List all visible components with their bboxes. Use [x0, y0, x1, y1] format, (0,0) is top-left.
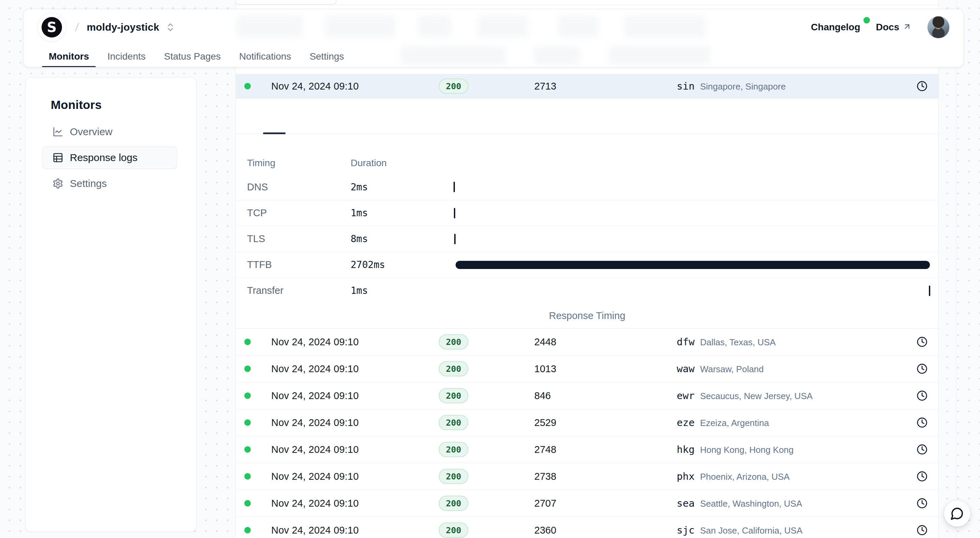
region-code: waw — [677, 363, 694, 375]
sidebar-item-settings[interactable]: Settings — [42, 172, 177, 195]
user-avatar[interactable] — [927, 16, 950, 38]
log-region: eze Ezeiza, Argentina — [677, 417, 769, 428]
timing-bar — [454, 208, 455, 218]
detail-tab-headers[interactable] — [240, 98, 263, 133]
timing-duration-value: 1ms — [351, 207, 453, 219]
timing-duration-value: 1ms — [351, 285, 453, 296]
sidebar-item-label: Overview — [70, 126, 113, 138]
status-ok-dot — [244, 419, 251, 426]
sidebar: Monitors Overview Response logs Settings — [25, 77, 197, 532]
log-latency: 2738 — [534, 471, 557, 482]
log-row-phx[interactable]: Nov 24, 2024 09:10 200 2738 phx Phoenix,… — [236, 463, 939, 490]
region-location: Hong Kong, Hong Kong — [700, 445, 794, 455]
changelog-link[interactable]: Changelog — [811, 22, 861, 33]
timing-row: TLS 8ms — [236, 226, 939, 252]
detail-tab-assertions[interactable] — [308, 98, 331, 133]
timing-bar — [929, 285, 930, 296]
log-timestamp: Nov 24, 2024 09:10 — [271, 417, 359, 428]
chat-bubble-icon — [950, 507, 964, 520]
nav-tab-status-pages[interactable]: Status Pages — [157, 45, 228, 67]
status-badge: 200 — [439, 469, 468, 484]
log-row-hkg[interactable]: Nov 24, 2024 09:10 200 2748 hkg Hong Kon… — [236, 436, 939, 463]
timing-duration-value: 8ms — [351, 233, 453, 244]
timing-duration-value: 2ms — [351, 181, 453, 193]
region-code: hkg — [677, 444, 694, 455]
app-logo[interactable]: S — [37, 13, 67, 42]
response-logs-panel: Nov 24, 2024 09:10 200 2713 sin Singapor… — [235, 0, 939, 538]
clock-icon[interactable] — [916, 471, 928, 482]
timing-panel: Timing Duration DNS 2ms TCP 1ms TLS 8ms … — [236, 134, 939, 329]
region-code: ewr — [677, 390, 694, 402]
docs-link[interactable]: Docs — [876, 22, 912, 33]
clock-icon[interactable] — [916, 444, 928, 455]
docs-label: Docs — [876, 22, 899, 33]
timing-duration-value: 2702ms — [351, 259, 453, 270]
clock-icon[interactable] — [916, 390, 928, 401]
sidebar-item-icon — [52, 152, 64, 163]
clock-icon[interactable] — [916, 336, 928, 347]
log-row-sjc[interactable]: Nov 24, 2024 09:10 200 2360 sjc San Jose… — [236, 517, 939, 538]
detail-tab-timing[interactable] — [263, 98, 286, 133]
changelog-notification-dot — [864, 17, 870, 24]
timing-row: TCP 1ms — [236, 200, 939, 226]
region-location: Dallas, Texas, USA — [700, 337, 776, 348]
gear-icon — [52, 178, 64, 189]
log-row-eze[interactable]: Nov 24, 2024 09:10 200 2529 eze Ezeiza, … — [236, 409, 939, 436]
log-detail-tabs — [236, 98, 939, 134]
nav-tab-notifications[interactable]: Notifications — [232, 45, 298, 67]
region-code: dfw — [677, 336, 694, 348]
status-ok-dot — [244, 339, 251, 345]
chat-button[interactable] — [944, 500, 970, 527]
region-code: sjc — [677, 524, 694, 536]
sidebar-item-label: Settings — [70, 178, 107, 189]
status-ok-dot — [244, 393, 251, 399]
timing-track — [453, 181, 930, 193]
log-row-ewr[interactable]: Nov 24, 2024 09:10 200 846 ewr Secaucus,… — [236, 382, 939, 409]
clock-icon[interactable] — [916, 363, 928, 374]
nav-tab-incidents[interactable]: Incidents — [100, 45, 152, 67]
log-latency: 1013 — [534, 363, 557, 375]
log-region: dfw Dallas, Texas, USA — [677, 336, 776, 348]
status-ok-dot — [244, 527, 251, 533]
project-switcher-icon[interactable] — [165, 22, 175, 32]
sidebar-nav: Overview Response logs Settings — [42, 121, 177, 195]
timing-track — [453, 285, 930, 297]
region-location: San Jose, California, USA — [700, 525, 802, 536]
logo-icon: S — [41, 17, 62, 38]
status-ok-dot — [244, 500, 251, 507]
log-latency: 2360 — [534, 525, 557, 536]
region-location: Secaucus, New Jersey, USA — [700, 391, 812, 402]
nav-tab-monitors[interactable]: Monitors — [42, 45, 96, 67]
sidebar-item-overview[interactable]: Overview — [42, 121, 177, 143]
region-location: Phoenix, Arizona, USA — [700, 471, 789, 482]
timing-column-header: Timing — [247, 158, 351, 168]
log-timestamp: Nov 24, 2024 09:10 — [271, 525, 359, 536]
log-timestamp: Nov 24, 2024 09:10 — [271, 471, 359, 482]
detail-tab-message[interactable] — [286, 98, 308, 133]
external-link-icon — [903, 22, 912, 32]
status-badge: 200 — [439, 388, 468, 403]
clock-icon[interactable] — [916, 525, 928, 536]
clock-icon[interactable] — [916, 417, 928, 428]
region-location: Ezeiza, Argentina — [700, 418, 769, 428]
sidebar-item-response-logs[interactable]: Response logs — [42, 146, 177, 169]
selected-log-row[interactable]: Nov 24, 2024 09:10 200 2713 sin Singapor… — [236, 74, 939, 98]
timing-phase-label: TLS — [247, 233, 351, 244]
log-region: hkg Hong Kong, Hong Kong — [677, 444, 794, 455]
timing-waterfall: DNS 2ms TCP 1ms TLS 8ms TTFB 2702ms Tran… — [236, 174, 939, 303]
clock-icon[interactable] — [916, 81, 928, 92]
region-location: Warsaw, Poland — [700, 364, 764, 375]
log-row-waw[interactable]: Nov 24, 2024 09:10 200 1013 waw Warsaw, … — [236, 355, 939, 382]
log-row-dfw[interactable]: Nov 24, 2024 09:10 200 2448 dfw Dallas, … — [236, 329, 939, 355]
nav-tab-label: Notifications — [239, 51, 291, 62]
status-badge: 200 — [439, 361, 468, 376]
log-latency: 2529 — [534, 417, 557, 428]
log-row-sea[interactable]: Nov 24, 2024 09:10 200 2707 sea Seattle,… — [236, 490, 939, 517]
clock-icon[interactable] — [916, 498, 928, 509]
timing-phase-label: DNS — [247, 181, 351, 193]
log-timestamp: Nov 24, 2024 09:10 — [271, 80, 359, 92]
sidebar-title: Monitors — [51, 98, 177, 112]
timing-track — [453, 207, 930, 219]
timing-track — [453, 259, 930, 271]
nav-tab-settings[interactable]: Settings — [302, 45, 351, 67]
